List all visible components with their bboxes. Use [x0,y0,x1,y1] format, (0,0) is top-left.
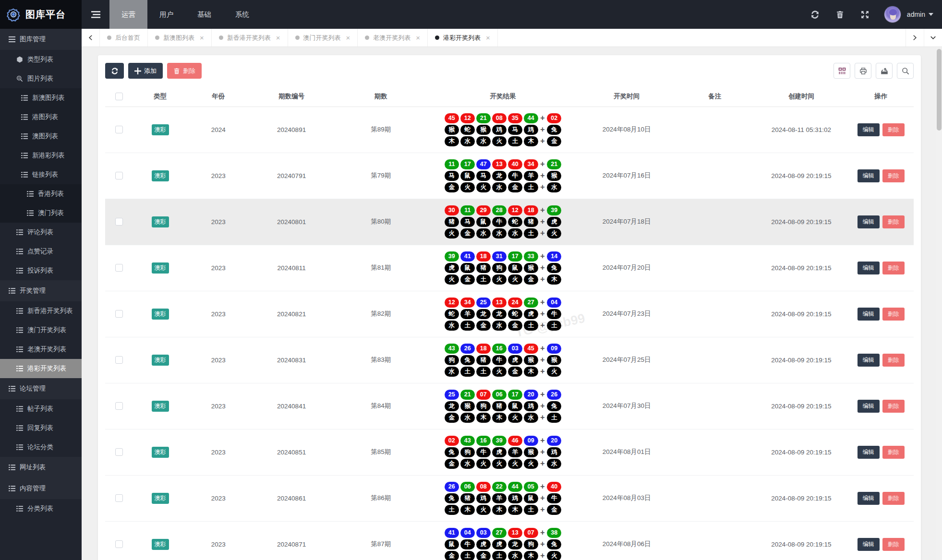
delete-row-button[interactable]: 删除 [882,446,905,459]
tab-3[interactable]: 澳门开奖列表× [288,29,358,47]
list-icon [16,308,23,314]
sidebar-item-label: 新澳图列表 [32,94,65,102]
refresh-button[interactable] [105,63,124,79]
sidebar-item-12[interactable]: 投诉列表 [0,261,82,280]
tab-2[interactable]: 新香港开奖列表× [212,29,288,47]
user-menu[interactable]: admin [907,11,933,18]
sidebar-item-19[interactable]: 帖子列表 [0,399,82,418]
nav-item-2[interactable]: 基础 [185,0,223,29]
plus-sign: + [540,413,544,422]
row-checkbox[interactable] [115,126,123,133]
tab-1[interactable]: 新澳图列表× [148,29,212,47]
edit-button[interactable]: 编辑 [857,308,880,321]
edit-button[interactable]: 编辑 [857,446,880,459]
edit-button[interactable]: 编辑 [857,169,880,182]
sidebar-item-14[interactable]: 新香港开奖列表 [0,301,82,321]
delete-row-button[interactable]: 删除 [882,215,905,228]
edit-button[interactable]: 编辑 [857,400,880,413]
sidebar-item-5[interactable]: 澳图列表 [0,127,82,146]
delete-button[interactable]: 删除 [167,63,202,79]
tabs-scroll-right-icon[interactable] [906,29,924,47]
delete-row-button[interactable]: 删除 [882,308,905,321]
row-checkbox[interactable] [115,448,123,456]
delete-row-button[interactable]: 删除 [882,123,905,136]
sidebar-item-4[interactable]: 港图列表 [0,107,82,127]
tab-5[interactable]: 港彩开奖列表× [428,29,498,47]
add-button[interactable]: 添加 [128,63,163,79]
sidebar-item-23[interactable]: 内容管理 [0,478,82,499]
tab-close-icon[interactable]: × [346,34,350,41]
trash-icon[interactable] [834,8,846,21]
sidebar-item-18[interactable]: 论坛管理 [0,378,82,399]
columns-icon[interactable] [833,63,850,79]
edit-button[interactable]: 编辑 [857,354,880,367]
tab-close-icon[interactable]: × [416,34,420,41]
ball: 猴 [476,125,491,135]
result-lines: 410403271307+38鼠牛虎虎龙狗+兔金土金土水木+火 [430,528,576,560]
sidebar-item-2[interactable]: 图片列表 [0,69,82,88]
sidebar-item-22[interactable]: 网址列表 [0,457,82,478]
delete-row-button[interactable]: 删除 [882,400,905,413]
cell-result: 252107061720+26龙猴狗猪鼠鸡+兔金水木木火水+土 [428,383,578,429]
search-icon[interactable] [897,63,914,79]
result-lines: 301129281218+39猪马鼠牛蛇猪+虎火金水水水土+火 [430,205,576,238]
row-checkbox[interactable] [115,540,123,548]
edit-button[interactable]: 编辑 [857,215,880,228]
sidebar-item-9[interactable]: 澳门列表 [0,203,82,223]
sidebar-item-0[interactable]: 图库管理 [0,29,82,50]
nav-item-0[interactable]: 运营 [109,0,147,29]
sidebar-item-1[interactable]: 类型列表 [0,50,82,69]
delete-row-button[interactable]: 删除 [882,538,905,551]
result-lines: 123425132427+04蛇羊龙龙蛇虎+牛水土金水金土+土 [430,298,576,331]
tab-close-icon[interactable]: × [200,34,204,41]
row-checkbox[interactable] [115,264,123,272]
tab-0[interactable]: 后台首页 [100,29,148,47]
edit-button[interactable]: 编辑 [857,123,880,136]
row-checkbox[interactable] [115,356,123,364]
refresh-icon[interactable] [809,8,821,21]
sidebar-item-10[interactable]: 评论列表 [0,223,82,242]
select-all-checkbox[interactable] [115,93,123,100]
sidebar-item-15[interactable]: 澳门开奖列表 [0,321,82,340]
tabs-menu-icon[interactable] [924,29,942,47]
zodiac-line: 兔猪鸡羊鸡鼠+牛 [444,493,562,503]
collapse-sidebar-icon[interactable] [82,0,109,29]
sidebar-item-3[interactable]: 新澳图列表 [0,88,82,107]
tab-close-icon[interactable]: × [276,34,280,41]
delete-row-button[interactable]: 删除 [882,262,905,274]
sidebar-item-24[interactable]: 分类列表 [0,499,82,518]
sidebar-item-21[interactable]: 论坛分类 [0,438,82,457]
row-checkbox[interactable] [115,310,123,318]
scrollbar-thumb[interactable] [937,49,942,131]
nav-item-3[interactable]: 系统 [223,0,261,29]
tab-4[interactable]: 老澳开奖列表× [358,29,428,47]
sidebar-item-20[interactable]: 回复列表 [0,418,82,438]
export-icon[interactable] [876,63,893,79]
avatar[interactable] [884,6,901,23]
sidebar-item-7[interactable]: 链接列表 [0,165,82,184]
row-checkbox[interactable] [115,494,123,502]
delete-row-button[interactable]: 删除 [882,169,905,182]
sidebar-item-6[interactable]: 新港彩列表 [0,146,82,165]
tab-close-icon[interactable]: × [486,34,490,41]
sidebar-item-11[interactable]: 点赞记录 [0,242,82,261]
edit-button[interactable]: 编辑 [857,492,880,505]
edit-button[interactable]: 编辑 [857,262,880,274]
sidebar-item-17[interactable]: 港彩开奖列表 [0,359,82,378]
tabs-scroll-left-icon[interactable] [82,29,100,47]
edit-button[interactable]: 编辑 [857,538,880,551]
sidebar-item-8[interactable]: 香港列表 [0,184,82,203]
delete-row-button[interactable]: 删除 [882,354,905,367]
nav-item-1[interactable]: 用户 [147,0,185,29]
row-checkbox[interactable] [115,218,123,226]
sidebar-item-16[interactable]: 老澳开奖列表 [0,340,82,359]
row-checkbox[interactable] [115,172,123,179]
delete-row-button[interactable]: 删除 [882,492,905,505]
ball: 27 [492,528,507,538]
gear-logo-icon [6,7,21,22]
sidebar-item-13[interactable]: 开奖管理 [0,280,82,301]
row-checkbox[interactable] [115,402,123,410]
fullscreen-icon[interactable] [859,8,871,21]
printer-icon[interactable] [855,63,871,79]
number-line: 111747134034+21 [444,159,562,169]
